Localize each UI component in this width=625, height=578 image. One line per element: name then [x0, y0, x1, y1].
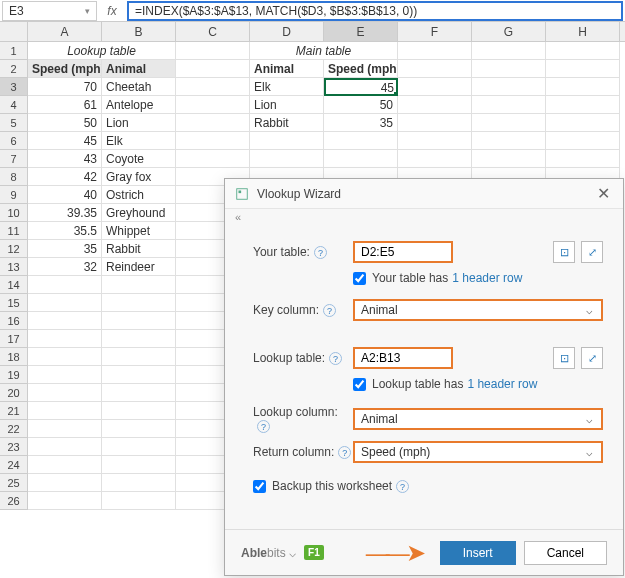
name-box[interactable]: E3 ▾ [2, 1, 97, 21]
cell[interactable] [28, 384, 102, 402]
cell[interactable] [546, 150, 620, 168]
row-header[interactable]: 18 [0, 348, 28, 366]
help-f1-badge[interactable]: F1 [304, 545, 324, 560]
cell[interactable] [324, 150, 398, 168]
cell[interactable] [28, 474, 102, 492]
select-range-icon[interactable]: ⊡ [553, 347, 575, 369]
cell[interactable]: Cheetah [102, 78, 176, 96]
header-row-link[interactable]: 1 header row [467, 377, 537, 391]
cell[interactable] [102, 366, 176, 384]
cell[interactable] [28, 348, 102, 366]
row-header[interactable]: 26 [0, 492, 28, 510]
cell[interactable] [102, 330, 176, 348]
cell[interactable] [546, 78, 620, 96]
cell[interactable] [398, 60, 472, 78]
help-icon[interactable]: ? [314, 246, 327, 259]
row-header[interactable]: 22 [0, 420, 28, 438]
cell[interactable] [176, 42, 250, 60]
close-icon[interactable]: ✕ [593, 184, 613, 203]
row-header[interactable]: 16 [0, 312, 28, 330]
collapse-icon[interactable]: « [225, 209, 623, 225]
cell[interactable] [28, 420, 102, 438]
cell[interactable]: 42 [28, 168, 102, 186]
cell[interactable] [398, 42, 472, 60]
cell[interactable]: Elk [102, 132, 176, 150]
cell[interactable]: 39.35 [28, 204, 102, 222]
cell[interactable]: Rabbit [250, 114, 324, 132]
backup-checkbox[interactable] [253, 480, 266, 493]
cell[interactable]: 50 [324, 96, 398, 114]
column-header[interactable]: A [28, 22, 102, 41]
row-header[interactable]: 20 [0, 384, 28, 402]
cell[interactable] [28, 492, 102, 510]
cell[interactable]: Gray fox [102, 168, 176, 186]
row-header[interactable]: 21 [0, 402, 28, 420]
cell[interactable]: Lion [250, 96, 324, 114]
cell[interactable]: Coyote [102, 150, 176, 168]
cell[interactable] [28, 312, 102, 330]
row-header[interactable]: 1 [0, 42, 28, 60]
cell[interactable] [28, 276, 102, 294]
cell[interactable] [176, 150, 250, 168]
cell[interactable] [398, 96, 472, 114]
cell[interactable] [102, 456, 176, 474]
select-all-corner[interactable] [0, 22, 28, 41]
cell[interactable] [324, 132, 398, 150]
cell[interactable]: Speed (mph) [324, 60, 398, 78]
your-table-input[interactable] [353, 241, 453, 263]
cell[interactable] [472, 150, 546, 168]
help-icon[interactable]: ? [323, 304, 336, 317]
row-header[interactable]: 10 [0, 204, 28, 222]
cell[interactable]: Greyhound [102, 204, 176, 222]
cell[interactable]: Ostrich [102, 186, 176, 204]
lookup-table-header-checkbox[interactable] [353, 378, 366, 391]
your-table-header-checkbox[interactable] [353, 272, 366, 285]
cell[interactable]: Speed (mph) [28, 60, 102, 78]
cell[interactable]: 40 [28, 186, 102, 204]
cell[interactable] [546, 42, 620, 60]
column-header[interactable]: H [546, 22, 620, 41]
cell[interactable] [102, 312, 176, 330]
cell[interactable] [472, 42, 546, 60]
cell[interactable] [398, 150, 472, 168]
cell[interactable]: 35 [28, 240, 102, 258]
name-box-dropdown-icon[interactable]: ▾ [85, 6, 90, 16]
cell[interactable] [472, 114, 546, 132]
column-header[interactable]: D [250, 22, 324, 41]
row-header[interactable]: 13 [0, 258, 28, 276]
cell[interactable] [398, 78, 472, 96]
column-header[interactable]: C [176, 22, 250, 41]
insert-button[interactable]: Insert [440, 541, 516, 565]
row-header[interactable]: 23 [0, 438, 28, 456]
cell[interactable] [398, 132, 472, 150]
cell[interactable]: 70 [28, 78, 102, 96]
cell[interactable] [546, 132, 620, 150]
row-header[interactable]: 9 [0, 186, 28, 204]
cell[interactable] [102, 474, 176, 492]
cell[interactable]: 35 [324, 114, 398, 132]
cell[interactable] [472, 96, 546, 114]
cell[interactable] [102, 294, 176, 312]
cell[interactable] [472, 132, 546, 150]
row-header[interactable]: 17 [0, 330, 28, 348]
cell[interactable] [176, 78, 250, 96]
help-icon[interactable]: ? [396, 480, 409, 493]
cell[interactable]: Reindeer [102, 258, 176, 276]
row-header[interactable]: 4 [0, 96, 28, 114]
cell[interactable]: 45 [28, 132, 102, 150]
cell[interactable]: Animal [102, 60, 176, 78]
cell[interactable] [28, 366, 102, 384]
cell[interactable] [176, 132, 250, 150]
cell[interactable]: Main table [250, 42, 398, 60]
key-column-select[interactable]: Animal [353, 299, 603, 321]
column-header[interactable]: B [102, 22, 176, 41]
cell[interactable] [176, 96, 250, 114]
cell[interactable]: 43 [28, 150, 102, 168]
expand-range-icon[interactable]: ⤢ [581, 347, 603, 369]
cell[interactable] [250, 150, 324, 168]
cell[interactable] [398, 114, 472, 132]
header-row-link[interactable]: 1 header row [452, 271, 522, 285]
cancel-button[interactable]: Cancel [524, 541, 607, 565]
cell[interactable] [102, 492, 176, 510]
cell[interactable] [176, 60, 250, 78]
